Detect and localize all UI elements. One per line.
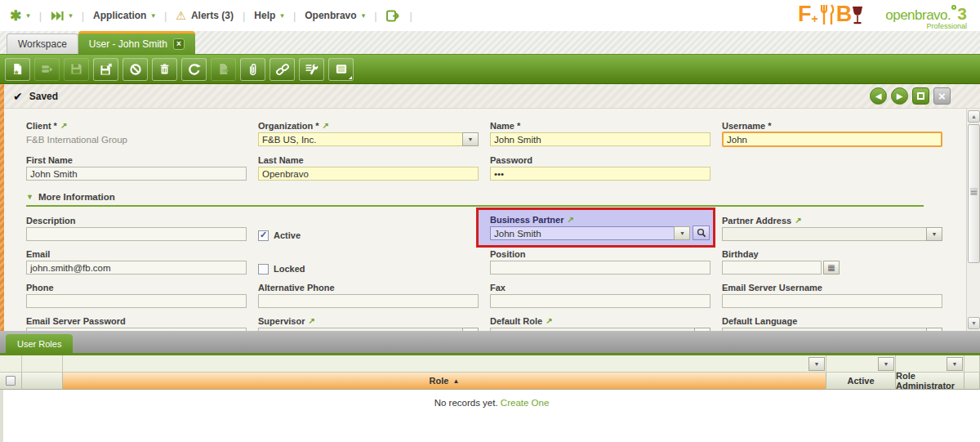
empty-cell bbox=[722, 154, 954, 181]
link-icon[interactable]: ↗ bbox=[308, 316, 314, 325]
field-business-partner-highlighted: Business Partner↗ ▼ bbox=[476, 208, 715, 248]
close-form-button[interactable]: × bbox=[933, 87, 951, 105]
filter-cell-spacer bbox=[964, 355, 980, 373]
create-one-link[interactable]: Create One bbox=[501, 398, 549, 408]
fork-knife-icon bbox=[818, 3, 836, 25]
chevron-down-icon[interactable]: ▼ bbox=[462, 132, 479, 146]
chevron-down-icon[interactable]: ▼ bbox=[926, 227, 942, 241]
partner-address-combobox[interactable]: ▼ bbox=[722, 227, 942, 241]
supervisor-combobox[interactable]: ▼ bbox=[258, 328, 479, 331]
delete-button[interactable] bbox=[152, 58, 177, 81]
chevron-down-icon[interactable]: ▼ bbox=[462, 328, 479, 331]
phone-input[interactable] bbox=[26, 294, 247, 308]
grid-form-toggle-button[interactable] bbox=[328, 58, 354, 81]
chevron-down-icon[interactable]: ▼ bbox=[694, 328, 710, 331]
menu-item-application[interactable]: Application ▾ bbox=[93, 10, 155, 21]
field-username: Username * bbox=[722, 119, 954, 147]
chevron-down-icon[interactable]: ▼ bbox=[674, 226, 690, 240]
scroll-down-icon[interactable]: ▼ bbox=[968, 317, 980, 329]
email-input[interactable] bbox=[26, 261, 247, 275]
default-role-combobox[interactable]: ▼ bbox=[490, 328, 710, 331]
logout-button[interactable] bbox=[386, 10, 401, 22]
fax-input[interactable] bbox=[490, 294, 710, 308]
business-partner-input[interactable] bbox=[490, 226, 674, 240]
workspace-menu-button[interactable]: ✱ ▾ bbox=[10, 9, 30, 23]
link-icon[interactable]: ↗ bbox=[323, 121, 329, 130]
attachment-button[interactable] bbox=[240, 58, 265, 81]
scrollbar-thumb[interactable] bbox=[968, 124, 980, 263]
tab-user-john-smith[interactable]: User - John Smith × bbox=[78, 31, 195, 54]
close-tab-icon[interactable]: × bbox=[173, 38, 185, 50]
grid-header-role-administrator[interactable]: Role Administrator bbox=[896, 373, 964, 390]
chevron-down-icon[interactable]: ▾ bbox=[280, 12, 284, 20]
chevron-down-icon[interactable]: ▾ bbox=[26, 12, 30, 20]
link-icon[interactable]: ↗ bbox=[795, 216, 801, 225]
new-record-button[interactable] bbox=[5, 58, 30, 81]
collapse-triangle-icon[interactable]: ▼ bbox=[26, 193, 33, 201]
chevron-down-icon[interactable]: ▾ bbox=[151, 12, 155, 20]
previous-record-button[interactable]: ◀ bbox=[870, 87, 887, 105]
menu-item-openbravo[interactable]: Openbravo ▾ bbox=[305, 10, 365, 21]
filter-role[interactable]: ▼ bbox=[63, 355, 826, 373]
link-button[interactable] bbox=[270, 58, 295, 81]
calendar-icon[interactable]: ▦ bbox=[823, 261, 840, 275]
description-input[interactable] bbox=[26, 227, 247, 241]
link-icon[interactable]: ↗ bbox=[60, 121, 67, 130]
audit-trail-button[interactable] bbox=[299, 58, 324, 81]
maximize-icon bbox=[917, 92, 924, 100]
email-server-username-input[interactable] bbox=[722, 294, 942, 308]
default-language-input[interactable] bbox=[722, 328, 926, 331]
save-button bbox=[64, 58, 89, 81]
username-input[interactable] bbox=[722, 132, 942, 147]
business-partner-combobox[interactable]: ▼ bbox=[490, 226, 690, 240]
next-record-button[interactable]: ▶ bbox=[891, 87, 908, 105]
locked-checkbox[interactable] bbox=[258, 264, 269, 275]
chevron-down-icon[interactable]: ▼ bbox=[878, 357, 894, 371]
alternative-phone-input[interactable] bbox=[258, 294, 479, 308]
active-checkbox[interactable]: ✓ bbox=[258, 230, 269, 241]
menu-item-alerts[interactable]: ⚠ Alerts (3) bbox=[176, 10, 234, 21]
search-icon[interactable] bbox=[693, 225, 710, 240]
tab-workspace[interactable]: Workspace bbox=[7, 33, 78, 54]
filter-role-administrator[interactable]: ▼ bbox=[896, 355, 964, 373]
chevron-down-icon[interactable]: ▼ bbox=[926, 328, 942, 331]
star-icon[interactable]: ✱ bbox=[10, 9, 21, 23]
chevron-down-icon[interactable]: ▾ bbox=[69, 12, 73, 20]
fb-logo: F+ B bbox=[798, 3, 864, 25]
first-name-input[interactable] bbox=[26, 167, 247, 181]
subtab-user-roles[interactable]: User Roles bbox=[6, 334, 73, 353]
undo-button[interactable] bbox=[122, 58, 148, 81]
grid-header-active[interactable]: Active bbox=[826, 373, 896, 390]
logout-icon[interactable] bbox=[386, 10, 401, 22]
default-language-combobox[interactable]: ▼ bbox=[722, 328, 942, 331]
position-input[interactable] bbox=[490, 261, 710, 275]
grid-header-role[interactable]: Role ▲ bbox=[63, 373, 826, 390]
maximize-form-button[interactable] bbox=[912, 87, 929, 105]
select-all-checkbox[interactable] bbox=[6, 376, 16, 386]
menu-item-help[interactable]: Help ▾ bbox=[254, 10, 284, 21]
form-scrollbar[interactable]: ▲ ▼ bbox=[966, 109, 980, 331]
email-server-password-input[interactable] bbox=[26, 328, 247, 331]
save-and-close-button[interactable] bbox=[93, 58, 118, 81]
partner-address-input[interactable] bbox=[722, 227, 926, 241]
scroll-up-icon[interactable]: ▲ bbox=[968, 110, 980, 123]
default-role-input[interactable] bbox=[490, 328, 694, 331]
chevron-down-icon[interactable]: ▾ bbox=[362, 12, 366, 20]
chevron-down-icon[interactable]: ▼ bbox=[808, 357, 825, 371]
last-name-input[interactable] bbox=[258, 167, 479, 181]
organization-combobox[interactable]: ▼ bbox=[258, 132, 479, 146]
organization-input[interactable] bbox=[258, 132, 462, 146]
password-input[interactable] bbox=[490, 167, 710, 181]
name-input[interactable] bbox=[490, 132, 710, 146]
filter-active[interactable]: ▼ bbox=[826, 355, 896, 373]
link-icon[interactable]: ↗ bbox=[546, 316, 552, 325]
link-icon[interactable]: ↗ bbox=[567, 215, 573, 224]
section-more-information[interactable]: ▼ More Information bbox=[26, 192, 924, 207]
fast-forward-icon[interactable] bbox=[51, 11, 64, 20]
field-alternative-phone: Alternative Phone bbox=[258, 281, 490, 308]
quick-launch-menu-button[interactable]: ▾ bbox=[51, 11, 73, 20]
chevron-down-icon[interactable]: ▼ bbox=[947, 357, 963, 371]
refresh-button[interactable] bbox=[181, 58, 207, 81]
supervisor-input[interactable] bbox=[258, 328, 462, 331]
birthday-input[interactable] bbox=[722, 261, 822, 275]
